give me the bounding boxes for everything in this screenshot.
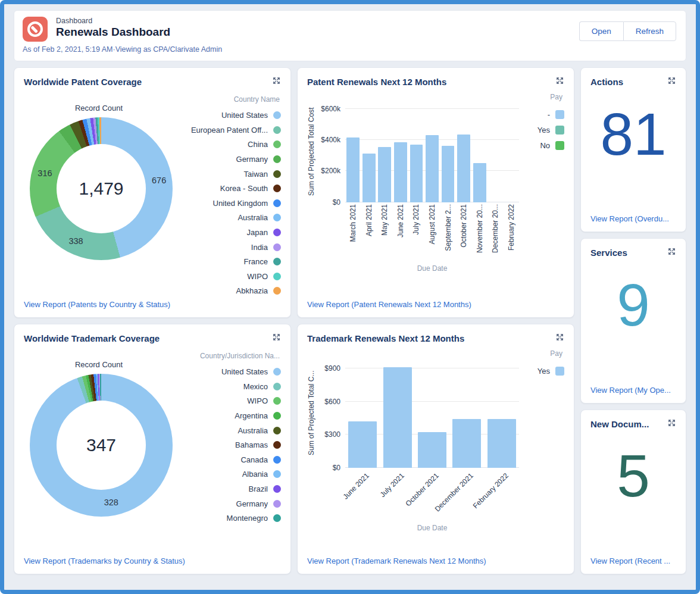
legend-item: Australia bbox=[183, 423, 281, 438]
chart-measure-label: Record Count bbox=[24, 360, 174, 369]
legend-item-label: Taiwan bbox=[244, 170, 268, 179]
y-axis-tick-label: $900 bbox=[324, 364, 340, 373]
dashboard-grid: Worldwide Patent Coverage Record Count 1… bbox=[4, 61, 696, 584]
expand-icon[interactable] bbox=[555, 333, 564, 344]
x-label-slot: September 2... bbox=[440, 202, 456, 263]
bar[interactable] bbox=[457, 135, 470, 202]
legend-item: France bbox=[183, 254, 281, 269]
legend-item: Brazil bbox=[183, 482, 281, 496]
expand-icon[interactable] bbox=[272, 333, 281, 344]
legend-color-dot bbox=[273, 214, 281, 221]
bar[interactable] bbox=[442, 146, 455, 202]
legend-color-dot bbox=[273, 500, 281, 508]
card-worldwide-trademark-coverage: Worldwide Trademark Coverage Record Coun… bbox=[14, 324, 291, 574]
legend-color-dot bbox=[273, 368, 281, 376]
x-axis-tick-label: March 2021 bbox=[349, 204, 357, 242]
legend-item-label: WIPO bbox=[247, 272, 268, 281]
x-axis-labels: June 2021July 2021October 2021December 2… bbox=[345, 468, 519, 523]
bar[interactable] bbox=[452, 419, 481, 467]
legend-item: Albania bbox=[183, 467, 281, 482]
y-axis-tick-label: $200k bbox=[321, 167, 340, 175]
y-axis: $0$200k$400k$600k bbox=[315, 101, 345, 202]
refresh-button[interactable]: Refresh bbox=[623, 21, 676, 41]
view-report-link[interactable]: View Report (Patents by Country & Status… bbox=[24, 300, 281, 309]
bar[interactable] bbox=[346, 137, 360, 202]
donut-legend: Country Name United StatesEuropean Paten… bbox=[183, 95, 281, 296]
legend-item-label: France bbox=[244, 257, 268, 266]
bar[interactable] bbox=[426, 135, 439, 202]
expand-icon[interactable] bbox=[667, 247, 676, 258]
legend-item: United States bbox=[183, 108, 281, 123]
open-button[interactable]: Open bbox=[579, 21, 623, 41]
x-axis-tick-label: December 20... bbox=[491, 204, 499, 253]
bar[interactable] bbox=[410, 145, 423, 202]
x-axis-tick-label: September 2... bbox=[444, 204, 452, 251]
view-report-link[interactable]: View Report (Patent Renewals Next 12 Mon… bbox=[307, 300, 564, 309]
expand-icon[interactable] bbox=[555, 76, 564, 87]
view-report-link[interactable]: View Report (Recent ... bbox=[590, 557, 676, 565]
legend-color-swatch bbox=[555, 110, 564, 119]
legend-color-dot bbox=[273, 514, 281, 522]
legend-color-dot bbox=[273, 273, 281, 280]
expand-icon[interactable] bbox=[272, 76, 281, 87]
legend-item: European Patent Off... bbox=[183, 123, 281, 137]
legend-color-dot bbox=[273, 170, 281, 178]
expand-icon[interactable] bbox=[667, 418, 676, 430]
card-title: Services bbox=[590, 247, 627, 259]
legend-item-label: India bbox=[251, 243, 268, 252]
x-axis-tick-label: February 2022 bbox=[507, 204, 515, 251]
bar-slot bbox=[456, 101, 472, 202]
trademark-coverage-donut-chart[interactable]: 347 328 bbox=[30, 374, 173, 517]
kpi-value: 81 bbox=[590, 104, 676, 164]
legend-title: Pay bbox=[519, 349, 564, 364]
legend-item-label: Montenegro bbox=[227, 514, 268, 523]
view-report-link[interactable]: View Report (Trademark Renewals Next 12 … bbox=[307, 557, 564, 565]
legend-color-dot bbox=[273, 287, 281, 295]
bar[interactable] bbox=[488, 419, 516, 467]
card-title: Trademark Renewals Next 12 Months bbox=[307, 333, 464, 345]
legend-color-dot bbox=[273, 383, 281, 390]
x-label-slot: December 20... bbox=[488, 202, 504, 263]
x-axis-tick-label: April 2021 bbox=[365, 204, 373, 236]
bar-slot bbox=[361, 101, 377, 202]
bar[interactable] bbox=[348, 421, 377, 468]
view-report-link[interactable]: View Report (Overdu... bbox=[590, 214, 676, 223]
legend-item: Yes bbox=[519, 123, 564, 138]
bar-slot bbox=[393, 101, 409, 202]
legend-item: Australia bbox=[183, 211, 281, 226]
legend-color-dot bbox=[273, 412, 281, 420]
card-title: Worldwide Trademark Coverage bbox=[24, 333, 160, 345]
legend-item: WIPO bbox=[183, 269, 281, 284]
x-axis-tick-label: May 2021 bbox=[380, 204, 389, 236]
patent-renewals-bar-chart bbox=[345, 101, 519, 202]
header-button-group: Open Refresh bbox=[579, 21, 676, 41]
legend-item-label: United States bbox=[221, 367, 268, 376]
donut-slice-label: 328 bbox=[104, 498, 118, 507]
card-title: Worldwide Patent Coverage bbox=[24, 76, 142, 88]
legend-color-swatch bbox=[555, 141, 564, 150]
legend-item: India bbox=[183, 240, 281, 255]
x-label-slot: February 2022 bbox=[485, 468, 519, 523]
donut-hole: 1,479 bbox=[57, 144, 146, 233]
legend-color-dot bbox=[273, 470, 281, 478]
view-report-link[interactable]: View Report (Trademarks by Country & Sta… bbox=[24, 557, 281, 565]
bar[interactable] bbox=[378, 147, 391, 202]
bar[interactable] bbox=[362, 154, 376, 202]
x-axis-tick-label: July 2021 bbox=[378, 471, 405, 499]
donut-hole: 347 bbox=[57, 401, 146, 490]
bar[interactable] bbox=[383, 367, 412, 467]
legend-color-dot bbox=[273, 111, 281, 119]
legend-color-dot bbox=[273, 229, 281, 236]
card-title: Patent Renewals Next 12 Months bbox=[307, 76, 446, 88]
last-refreshed-text: As of Feb 2, 2021, 5:19 AM·Viewing as CP… bbox=[23, 45, 676, 54]
y-axis-tick-label: $400k bbox=[321, 136, 340, 144]
bar[interactable] bbox=[418, 432, 446, 467]
bar[interactable] bbox=[473, 163, 486, 202]
legend-item-label: Australia bbox=[238, 213, 268, 222]
x-label-slot: July 2021 bbox=[380, 468, 414, 523]
bar[interactable] bbox=[394, 142, 407, 202]
expand-icon[interactable] bbox=[667, 76, 676, 87]
patent-coverage-donut-chart[interactable]: 1,479 676338316 bbox=[30, 117, 173, 260]
legend-item-label: WIPO bbox=[247, 396, 268, 405]
view-report-link[interactable]: View Report (My Ope... bbox=[590, 386, 676, 395]
